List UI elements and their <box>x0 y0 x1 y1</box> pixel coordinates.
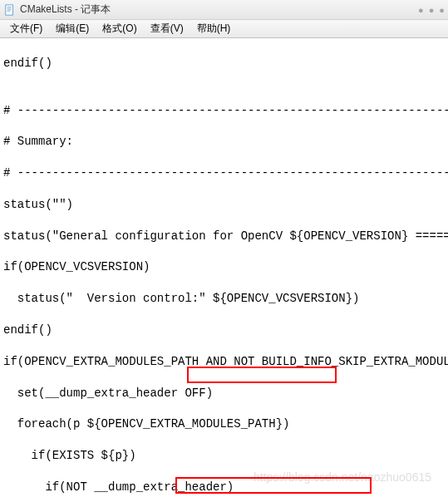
code-line: if(OPENCV_EXTRA_MODULES_PATH AND NOT BUI… <box>3 354 445 370</box>
code-line: # Summary: <box>3 134 445 150</box>
notepad-icon <box>3 3 17 17</box>
code-line: status("") <box>3 197 445 213</box>
menu-format[interactable]: 格式(O) <box>96 20 143 37</box>
code-line: if(EXISTS ${p}) <box>3 448 445 464</box>
code-line: status("General configuration for OpenCV… <box>3 229 445 244</box>
code-line: endif() <box>3 322 445 338</box>
code-line: # --------------------------------------… <box>3 165 445 181</box>
titlebar: CMakeLists - 记事本 ●●● <box>0 0 448 20</box>
code-line: if(OPENCV_VCSVERSION) <box>3 259 445 275</box>
app-window: CMakeLists - 记事本 ●●● 文件(F) 编辑(E) 格式(O) 查… <box>0 0 448 502</box>
code-line: if(NOT __dump_extra_header) <box>3 480 445 495</box>
code-line: foreach(p ${OPENCV_EXTRA_MODULES_PATH}) <box>3 416 445 432</box>
menu-view[interactable]: 查看(V) <box>144 20 190 37</box>
menu-edit[interactable]: 编辑(E) <box>49 20 96 37</box>
menu-file[interactable]: 文件(F) <box>3 20 49 37</box>
code-line: status(" Version control:" ${OPENCV_VCSV… <box>3 291 445 307</box>
code-line: endif() <box>3 56 445 71</box>
code-line: # --------------------------------------… <box>3 103 445 119</box>
menubar: 文件(F) 编辑(E) 格式(O) 查看(V) 帮助(H) <box>0 20 448 38</box>
title-right-badges: ●●● <box>418 5 445 15</box>
window-title: CMakeLists - 记事本 <box>20 2 111 17</box>
menu-help[interactable]: 帮助(H) <box>190 20 238 37</box>
code-line: set(__dump_extra_header OFF) <box>3 386 445 401</box>
editor-area[interactable]: endif() # ------------------------------… <box>0 38 448 502</box>
